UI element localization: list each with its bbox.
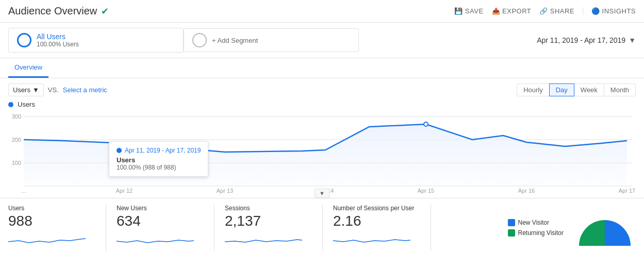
insights-icon: 🔵 [591, 7, 600, 15]
sparkline-sessions-svg [225, 231, 302, 246]
export-label: EXPORT [502, 7, 531, 15]
stat-new-users-sparkline [117, 231, 204, 247]
pie-chart [574, 205, 636, 251]
segments-bar: All Users 100.00% Users + Add Segment Ap… [0, 23, 644, 58]
page-title: Audience Overview [8, 5, 97, 17]
segment-name: All Users [37, 32, 79, 41]
svg-text:300: 300 [12, 113, 21, 120]
svg-text:200: 200 [12, 137, 21, 143]
sparkline-spu-svg [333, 231, 410, 246]
header: Audience Overview ✔ 💾 SAVE 📤 EXPORT 🔗 SH… [0, 0, 644, 23]
tooltip-date: Apr 11, 2019 - Apr 17, 2019 [117, 147, 201, 154]
stat-users-label: Users [8, 205, 95, 212]
date-range-label: Apr 11, 2019 - Apr 17, 2019 [537, 36, 625, 44]
stat-sessions-per-user-sparkline [333, 231, 420, 247]
day-button[interactable]: Day [549, 83, 574, 96]
chart-area: Users ▼ VS. Select a metric Hourly Day W… [0, 78, 644, 198]
users-legend-label: Users [18, 100, 35, 108]
chart-toggle-button[interactable]: ▼ [315, 189, 329, 198]
stat-sessions-per-user-label: Number of Sessions per User [333, 205, 420, 212]
verified-icon: ✔ [101, 6, 109, 17]
month-button[interactable]: Month [604, 83, 636, 96]
stat-users-value: 988 [8, 213, 95, 229]
stat-new-users-value: 634 [117, 213, 204, 229]
save-icon: 💾 [454, 7, 463, 15]
tooltip-metric: Users [117, 156, 201, 164]
svg-rect-16 [579, 246, 631, 251]
new-visitor-color [508, 219, 515, 226]
insights-button[interactable]: 🔵 INSIGHTS [583, 7, 636, 15]
metric-dropdown[interactable]: Users ▼ [8, 83, 44, 96]
stat-users-sparkline [8, 231, 95, 247]
add-segment-label: + Add Segment [212, 37, 258, 44]
users-legend-dot [8, 102, 13, 107]
date-range-picker[interactable]: Apr 11, 2019 - Apr 17, 2019 ▼ [537, 36, 636, 44]
main-chart-svg: 300 200 100 ... Apr 12 Apr 13 Apr 14 Apr… [8, 111, 636, 194]
header-left: Audience Overview ✔ [8, 5, 109, 17]
stat-users: Users 988 [8, 205, 106, 251]
pie-legend-new-visitor: New Visitor [508, 219, 564, 226]
vs-label: VS. [48, 86, 59, 94]
returning-visitor-label: Returning Visitor [518, 229, 564, 237]
week-button[interactable]: Week [574, 83, 604, 96]
chart-legend: Users [8, 100, 636, 108]
returning-visitor-color [508, 229, 515, 237]
save-button[interactable]: 💾 SAVE [454, 7, 483, 15]
stat-sessions-label: Sessions [225, 205, 312, 212]
save-label: SAVE [465, 7, 484, 15]
segment-info: All Users 100.00% Users [37, 32, 79, 48]
sparkline-users-svg [8, 231, 86, 246]
export-icon: 📤 [492, 7, 501, 15]
metric-label: Users [13, 86, 30, 94]
stat-sessions-per-user-value: 2.16 [333, 213, 420, 229]
stat-sessions-per-user: Number of Sessions per User 2.16 [333, 205, 431, 251]
svg-text:100: 100 [12, 160, 21, 166]
share-button[interactable]: 🔗 SHARE [539, 7, 574, 15]
tooltip-detail: 100.00% (988 of 988) [117, 164, 201, 171]
date-range-arrow: ▼ [629, 36, 636, 44]
pie-chart-svg [574, 205, 636, 251]
chart-toggle[interactable]: ▼ [8, 189, 636, 198]
stat-new-users: New Users 634 [117, 205, 214, 251]
metric-selector: Users ▼ VS. Select a metric [8, 83, 107, 96]
tooltip-dot [117, 148, 122, 153]
chart-wrapper: Apr 11, 2019 - Apr 17, 2019 Users 100.00… [8, 111, 636, 198]
tab-bar: Overview [0, 58, 644, 78]
share-label: SHARE [550, 7, 574, 15]
svg-point-8 [424, 122, 428, 126]
chart-tooltip: Apr 11, 2019 - Apr 17, 2019 Users 100.00… [109, 141, 208, 177]
segment-circle [17, 33, 31, 47]
stats-bar: Users 988 New Users 634 Sessions 2,137 N… [0, 198, 644, 251]
pie-legend-returning-visitor: Returning Visitor [508, 229, 564, 237]
add-segment-circle [192, 33, 207, 47]
chart-controls: Users ▼ VS. Select a metric Hourly Day W… [8, 83, 636, 96]
pie-section: New Visitor Returning Visitor [508, 205, 636, 251]
header-actions: 💾 SAVE 📤 EXPORT 🔗 SHARE 🔵 INSIGHTS [454, 7, 636, 15]
metric-dropdown-arrow: ▼ [32, 86, 39, 94]
hourly-button[interactable]: Hourly [517, 83, 550, 96]
new-visitor-label: New Visitor [518, 219, 549, 226]
export-button[interactable]: 📤 EXPORT [492, 7, 532, 15]
add-segment-button[interactable]: + Add Segment [184, 28, 359, 52]
all-users-segment[interactable]: All Users 100.00% Users [8, 28, 184, 53]
select-metric-link[interactable]: Select a metric [63, 86, 107, 94]
stat-sessions: Sessions 2,137 [225, 205, 323, 251]
insights-label: INSIGHTS [602, 7, 636, 15]
stat-sessions-value: 2,137 [225, 213, 312, 229]
stat-sessions-sparkline [225, 231, 312, 247]
chart-svg-container: 300 200 100 ... Apr 12 Apr 13 Apr 14 Apr… [8, 111, 636, 194]
sparkline-new-users-svg [117, 231, 194, 246]
tab-overview[interactable]: Overview [8, 58, 48, 78]
share-icon: 🔗 [539, 7, 548, 15]
stat-new-users-label: New Users [117, 205, 204, 212]
segment-pct: 100.00% Users [37, 41, 79, 48]
time-buttons: Hourly Day Week Month [517, 83, 636, 96]
pie-legend: New Visitor Returning Visitor [508, 219, 564, 237]
